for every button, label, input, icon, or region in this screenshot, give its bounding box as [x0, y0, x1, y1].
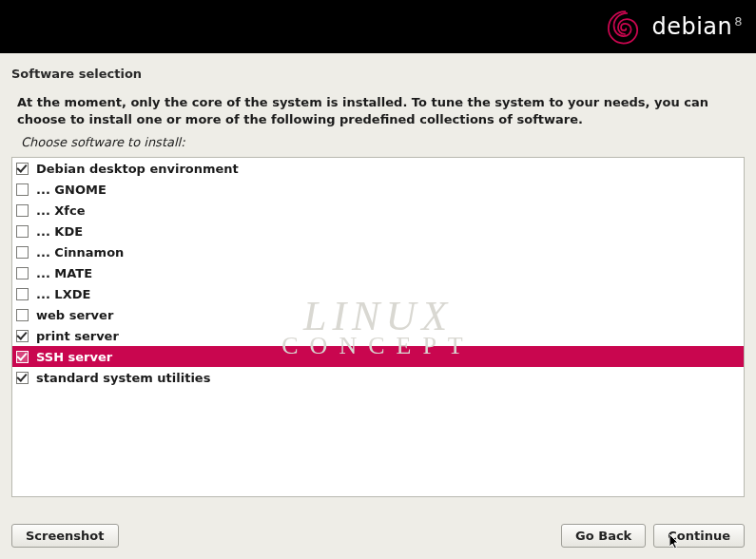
- checkbox-icon[interactable]: [16, 267, 29, 280]
- software-option[interactable]: ... LXDE: [12, 283, 744, 304]
- brand-name: debian: [651, 13, 732, 40]
- checkbox-icon[interactable]: [16, 246, 29, 259]
- go-back-button[interactable]: Go Back: [561, 524, 646, 548]
- installer-header: debian8: [0, 0, 756, 53]
- continue-button[interactable]: Continue: [653, 524, 745, 548]
- debian-swirl-icon: [604, 6, 646, 48]
- software-option[interactable]: ... KDE: [12, 221, 744, 241]
- software-option-label: ... Cinnamon: [36, 245, 124, 260]
- checkbox-icon[interactable]: [16, 372, 29, 384]
- software-option-label: ... LXDE: [36, 287, 90, 301]
- footer-bar: Screenshot Go Back Continue: [11, 524, 745, 548]
- software-option[interactable]: Debian desktop environment: [12, 158, 744, 179]
- checkbox-icon[interactable]: [16, 330, 29, 342]
- checkbox-icon[interactable]: [16, 351, 29, 363]
- intro-text: At the moment, only the core of the syst…: [11, 94, 745, 133]
- screenshot-button[interactable]: Screenshot: [11, 524, 119, 548]
- software-option[interactable]: ... GNOME: [12, 179, 744, 200]
- software-option-label: ... KDE: [36, 224, 83, 239]
- software-option-label: standard system utilities: [36, 371, 210, 385]
- software-option[interactable]: ... Cinnamon: [12, 241, 744, 262]
- software-option-label: ... GNOME: [36, 183, 107, 197]
- software-option-label: print server: [36, 329, 119, 343]
- software-option[interactable]: standard system utilities: [12, 367, 744, 388]
- checkbox-icon[interactable]: [16, 309, 29, 321]
- software-option[interactable]: web server: [12, 304, 744, 325]
- software-option[interactable]: SSH server: [12, 346, 744, 367]
- main-content: Software selection At the moment, only t…: [0, 53, 756, 497]
- software-option[interactable]: ... MATE: [12, 262, 744, 283]
- software-option-label: Debian desktop environment: [36, 162, 239, 176]
- software-listbox[interactable]: LINUX CONCEPT Debian desktop environment…: [11, 157, 745, 497]
- brand-label: debian8: [651, 13, 743, 40]
- software-option-label: SSH server: [36, 350, 112, 364]
- software-option-label: ... Xfce: [36, 203, 86, 218]
- checkbox-icon[interactable]: [16, 163, 29, 175]
- software-option[interactable]: print server: [12, 325, 744, 346]
- software-option-label: ... MATE: [36, 266, 92, 280]
- checkbox-icon[interactable]: [16, 204, 29, 217]
- checkbox-icon[interactable]: [16, 183, 29, 196]
- page-title: Software selection: [11, 67, 745, 81]
- checkbox-icon[interactable]: [16, 288, 29, 300]
- software-option[interactable]: ... Xfce: [12, 200, 744, 221]
- checkbox-icon[interactable]: [16, 225, 29, 238]
- software-option-label: web server: [36, 308, 113, 322]
- brand-version: 8: [734, 14, 743, 29]
- sub-intro: Choose software to install:: [11, 133, 745, 157]
